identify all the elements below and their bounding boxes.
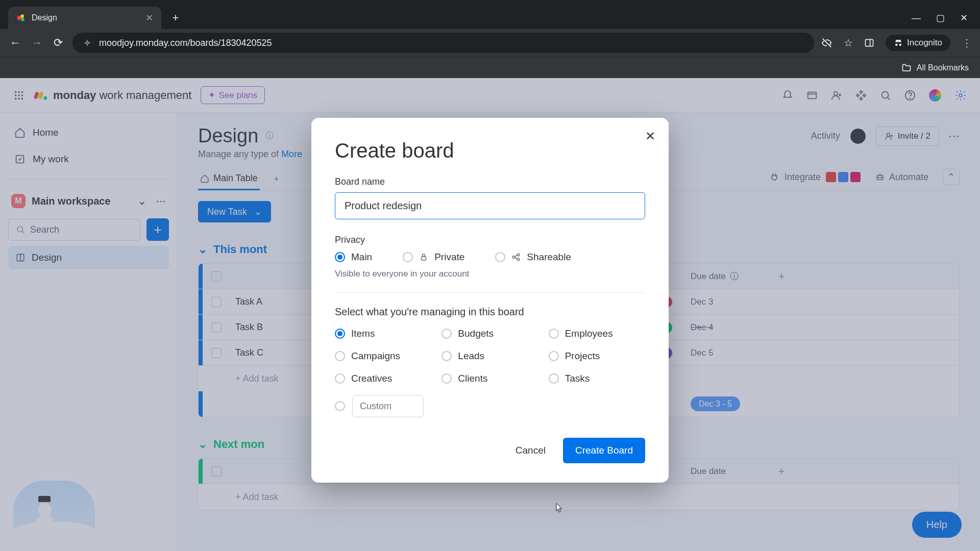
radio-icon (442, 350, 452, 361)
board-name-label: Board name (335, 176, 645, 187)
window-controls: — ▢ ✕ (912, 7, 974, 29)
svg-line-44 (515, 258, 518, 259)
svg-point-1 (20, 14, 24, 18)
maximize-icon[interactable]: ▢ (936, 12, 945, 23)
radio-icon (495, 252, 505, 262)
radio-icon (549, 373, 559, 383)
close-icon[interactable]: ✕ (645, 129, 655, 143)
browser-tab-strip: Design ✕ + — ▢ ✕ (0, 0, 980, 29)
forward-icon[interactable]: → (30, 36, 44, 49)
managing-option-creatives[interactable]: Creatives (335, 372, 431, 384)
cancel-button[interactable]: Cancel (510, 438, 551, 462)
close-icon[interactable]: ✕ (145, 12, 153, 23)
managing-option-campaigns[interactable]: Campaigns (335, 350, 431, 361)
svg-point-3 (86, 42, 89, 44)
privacy-option-private[interactable]: Private (403, 251, 464, 262)
managing-label: Select what you're managing in this boar… (335, 306, 645, 317)
managing-option-employees[interactable]: Employees (549, 328, 645, 339)
incognito-chip[interactable]: Incognito (886, 35, 950, 51)
radio-icon (335, 373, 345, 383)
app-root: monday work management ✦ See plans Home … (0, 78, 980, 551)
side-panel-icon[interactable] (864, 38, 874, 48)
privacy-label: Privacy (335, 234, 645, 245)
eye-off-icon[interactable] (821, 37, 832, 48)
privacy-hint: Visible to everyone in your account (335, 268, 645, 279)
privacy-option-main[interactable]: Main (335, 251, 372, 262)
managing-option-tasks[interactable]: Tasks (549, 372, 645, 384)
create-board-button[interactable]: Create Board (563, 437, 645, 463)
radio-icon (335, 328, 345, 338)
managing-option-budgets[interactable]: Budgets (442, 328, 538, 339)
managing-option-clients[interactable]: Clients (442, 372, 538, 384)
create-board-modal: ✕ Create board Board name Privacy Main P… (311, 117, 669, 482)
site-info-icon[interactable] (83, 38, 92, 47)
share-icon (511, 252, 521, 261)
svg-line-43 (515, 255, 518, 256)
new-tab-button[interactable]: + (166, 9, 185, 27)
svg-rect-8 (866, 39, 873, 46)
close-window-icon[interactable]: ✕ (960, 12, 968, 23)
radio-icon (442, 373, 452, 383)
svg-point-41 (518, 254, 520, 256)
radio-icon (403, 252, 413, 262)
radio-icon (335, 350, 345, 361)
reload-icon[interactable]: ⟳ (51, 36, 65, 49)
radio-icon (335, 252, 345, 262)
privacy-option-shareable[interactable]: Shareable (495, 251, 571, 262)
svg-point-2 (21, 18, 24, 21)
back-icon[interactable]: ← (8, 36, 22, 49)
custom-managing-input[interactable] (352, 395, 424, 417)
svg-point-42 (518, 258, 520, 261)
managing-option-items[interactable]: Items (335, 328, 431, 339)
minimize-icon[interactable]: — (912, 13, 921, 23)
address-bar: ← → ⟳ moodjoy.monday.com/boards/18304205… (0, 29, 980, 57)
bookmarks-bar: All Bookmarks (0, 57, 980, 78)
radio-icon (335, 401, 345, 411)
svg-point-40 (513, 256, 516, 258)
board-name-input[interactable] (335, 192, 645, 219)
bookmark-star-icon[interactable]: ☆ (844, 37, 853, 49)
radio-icon (549, 350, 559, 361)
folder-icon (901, 63, 912, 73)
favicon (16, 13, 27, 23)
radio-icon (442, 328, 452, 338)
managing-option-projects[interactable]: Projects (549, 350, 645, 361)
lock-icon (419, 252, 428, 261)
tab-title: Design (32, 13, 57, 22)
url-text: moodjoy.monday.com/boards/1830420525 (99, 38, 272, 48)
all-bookmarks-link[interactable]: All Bookmarks (917, 63, 969, 72)
svg-rect-39 (422, 257, 426, 260)
browser-tab[interactable]: Design ✕ (8, 7, 161, 29)
managing-option-leads[interactable]: Leads (442, 350, 538, 361)
url-field[interactable]: moodjoy.monday.com/boards/1830420525 (72, 33, 814, 53)
modal-title: Create board (335, 139, 645, 162)
browser-menu-icon[interactable]: ⋮ (962, 37, 972, 49)
managing-option-custom[interactable] (335, 401, 345, 411)
radio-icon (549, 328, 559, 338)
